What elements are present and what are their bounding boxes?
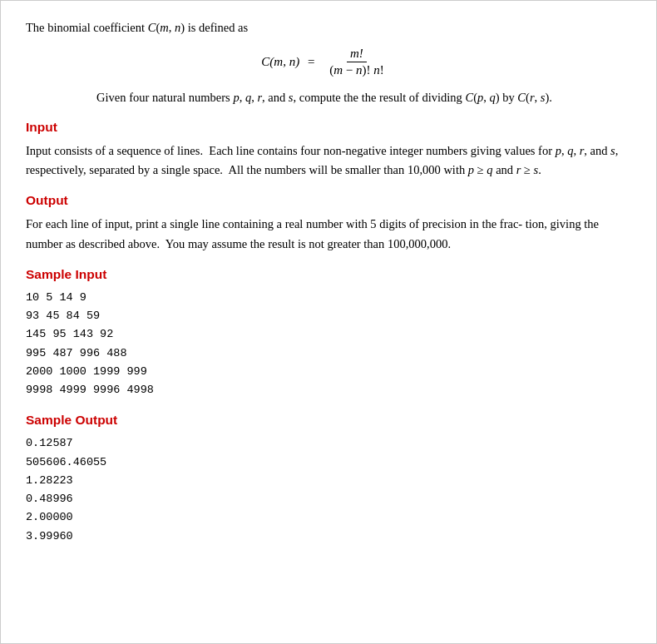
sample-input-line-6: 9998 4999 9996 4998: [26, 381, 623, 399]
sample-input-line-5: 2000 1000 1999 999: [26, 363, 623, 381]
sample-input-title: Sample Input: [26, 267, 623, 282]
sample-input-block: 10 5 14 9 93 45 84 59 145 95 143 92 995 …: [26, 289, 623, 400]
sample-output-line-6: 3.99960: [26, 528, 623, 546]
sample-output-title: Sample Output: [26, 413, 623, 428]
sample-input-line-1: 10 5 14 9: [26, 289, 623, 307]
output-section-title: Output: [26, 193, 623, 208]
formula-numerator: m!: [347, 47, 367, 62]
sample-output-line-4: 0.48996: [26, 490, 623, 508]
input-section-body: Input consists of a sequence of lines. E…: [26, 141, 623, 180]
sample-input-line-2: 93 45 84 59: [26, 307, 623, 325]
formula-fraction: m! (m − n)! n!: [326, 47, 388, 77]
input-section-title: Input: [26, 120, 623, 135]
page-container: The binomial coefficient C(m, n) is defi…: [0, 0, 657, 644]
sample-output-block: 0.12587 505606.46055 1.28223 0.48996 2.0…: [26, 434, 623, 546]
formula-denominator: (m − n)! n!: [326, 62, 388, 77]
given-text: Given four natural numbers p, q, r, and …: [26, 91, 623, 105]
formula-block: C(m, n) = m! (m − n)! n!: [26, 47, 623, 77]
formula-equals: =: [308, 55, 314, 68]
sample-input-line-3: 145 95 143 92: [26, 325, 623, 344]
sample-output-line-1: 0.12587: [26, 434, 623, 453]
output-section-body: For each line of input, print a single l…: [26, 215, 623, 253]
sample-input-line-4: 995 487 996 488: [26, 344, 623, 363]
sample-output-line-2: 505606.46055: [26, 453, 623, 472]
sample-output-line-5: 2.00000: [26, 508, 623, 527]
sample-output-line-3: 1.28223: [26, 472, 623, 490]
intro-text: The binomial coefficient C(m, n) is defi…: [26, 21, 623, 35]
formula-lhs: C(m, n): [261, 55, 303, 68]
